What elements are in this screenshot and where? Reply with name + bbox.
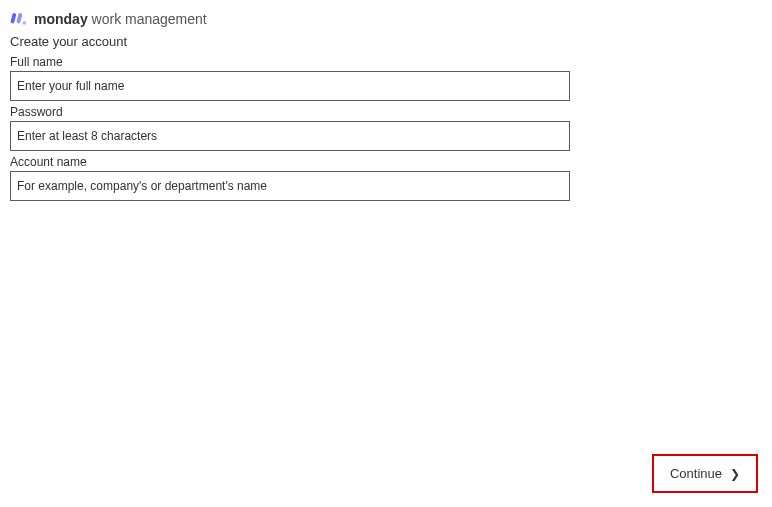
brand-text: monday work management <box>34 11 207 27</box>
signup-form: Full name Password Account name <box>0 55 580 201</box>
svg-rect-1 <box>16 13 22 24</box>
continue-label: Continue <box>670 466 722 481</box>
password-input[interactable] <box>10 121 570 151</box>
full-name-label: Full name <box>10 55 570 69</box>
svg-rect-0 <box>10 13 16 24</box>
svg-point-2 <box>22 21 26 25</box>
full-name-input[interactable] <box>10 71 570 101</box>
brand-bold: monday <box>34 11 88 27</box>
monday-logo-icon <box>10 10 28 28</box>
account-name-label: Account name <box>10 155 570 169</box>
account-name-input[interactable] <box>10 171 570 201</box>
password-label: Password <box>10 105 570 119</box>
page-title: Create your account <box>0 32 772 51</box>
chevron-right-icon: ❯ <box>730 467 740 481</box>
brand-header: monday work management <box>0 0 772 32</box>
continue-wrap: Continue ❯ <box>652 454 758 493</box>
continue-button[interactable]: Continue ❯ <box>652 454 758 493</box>
brand-light: work management <box>88 11 207 27</box>
